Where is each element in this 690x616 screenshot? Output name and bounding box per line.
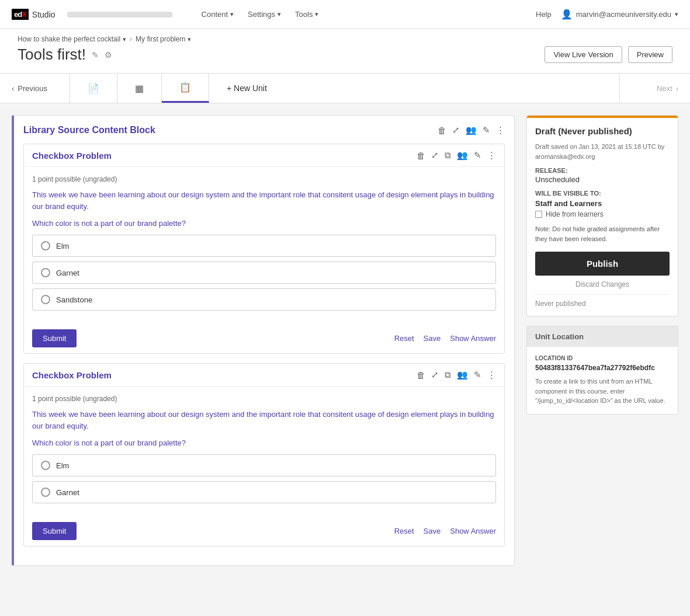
problem-1-header: Checkbox Problem 🗑 ⤢ ⧉ 👥 ✎ ⋮ bbox=[24, 144, 504, 167]
reset-link-1[interactable]: Reset bbox=[394, 334, 414, 343]
submit-button-2[interactable]: Submit bbox=[32, 522, 77, 540]
delete-icon[interactable]: 🗑 bbox=[417, 151, 425, 161]
edit-icon[interactable]: ✎ bbox=[483, 125, 490, 135]
top-navigation: edX Studio Content ▾ Settings ▾ Tools ▾ … bbox=[0, 0, 690, 29]
view-live-button[interactable]: View Live Version bbox=[545, 46, 622, 63]
radio2-garnet[interactable] bbox=[41, 488, 50, 497]
choice2-garnet[interactable]: Garnet bbox=[32, 481, 496, 503]
show-answer-link-1[interactable]: Show Answer bbox=[450, 334, 496, 343]
more-icon[interactable]: ⋮ bbox=[496, 125, 505, 135]
choice-sandstone[interactable]: Sandstone bbox=[32, 288, 496, 311]
problem-1-desc: This week we have been learning about ou… bbox=[32, 189, 496, 212]
nav-content[interactable]: Content ▾ bbox=[196, 8, 240, 21]
save-link-1[interactable]: Save bbox=[424, 334, 441, 343]
expand-icon[interactable]: ⤢ bbox=[452, 125, 460, 135]
release-label: RELEASE: bbox=[535, 167, 670, 174]
problem-1-title: Checkbox Problem bbox=[32, 151, 417, 161]
choice2-elm[interactable]: Elm bbox=[32, 454, 496, 476]
publish-note: Note: Do not hide graded assignments aft… bbox=[535, 224, 670, 243]
new-unit-button[interactable]: + New Unit bbox=[209, 74, 620, 103]
user-email: marvin@acmeuniversity.edu bbox=[576, 10, 671, 19]
nav-links: Content ▾ Settings ▾ Tools ▾ bbox=[196, 8, 325, 21]
delete-icon[interactable]: 🗑 bbox=[438, 126, 446, 135]
save-link-2[interactable]: Save bbox=[424, 527, 441, 535]
more-icon[interactable]: ⋮ bbox=[487, 150, 496, 161]
problem-2-question: Which color is not a part of our brand p… bbox=[32, 438, 496, 447]
nav-tools[interactable]: Tools ▾ bbox=[289, 8, 324, 21]
radio-elm[interactable] bbox=[41, 241, 50, 250]
edit-icon[interactable]: ✎ bbox=[92, 50, 99, 60]
show-answer-link-2[interactable]: Show Answer bbox=[450, 527, 496, 535]
user-menu[interactable]: 👤 marvin@acmeuniversity.edu ▾ bbox=[561, 9, 678, 20]
problem-2-actions: 🗑 ⤢ ⧉ 👥 ✎ ⋮ bbox=[417, 370, 496, 380]
edit-icon[interactable]: ✎ bbox=[474, 370, 481, 380]
tab-2[interactable]: ▦ bbox=[117, 74, 162, 103]
radio-garnet[interactable] bbox=[41, 268, 50, 277]
edit-icon[interactable]: ✎ bbox=[474, 150, 481, 161]
chevron-down-icon: ▾ bbox=[188, 36, 191, 43]
chevron-down-icon: ▾ bbox=[315, 11, 318, 18]
preview-button[interactable]: Preview bbox=[628, 46, 672, 63]
logo-ed: ed bbox=[14, 10, 22, 19]
previous-button[interactable]: ‹ Previous bbox=[0, 74, 70, 103]
delete-icon[interactable]: 🗑 bbox=[417, 370, 425, 380]
never-published-label: Never published bbox=[535, 294, 670, 308]
group-icon[interactable]: 👥 bbox=[457, 150, 468, 161]
publish-button[interactable]: Publish bbox=[535, 252, 670, 276]
expand-icon[interactable]: ⤢ bbox=[431, 370, 439, 380]
logo-studio: Studio bbox=[32, 10, 56, 19]
group-icon[interactable]: 👥 bbox=[466, 125, 477, 135]
group-icon[interactable]: 👥 bbox=[457, 370, 468, 380]
visible-value: Staff and Learners bbox=[535, 199, 670, 208]
choice-elm[interactable]: Elm bbox=[32, 235, 496, 257]
library-block-header: Library Source Content Block 🗑 ⤢ 👥 ✎ ⋮ bbox=[23, 125, 505, 135]
copy-icon[interactable]: ⧉ bbox=[445, 370, 451, 380]
release-value: Unscheduled bbox=[535, 175, 670, 184]
radio-sandstone[interactable] bbox=[41, 295, 50, 304]
visible-label: WILL BE VISIBLE TO: bbox=[535, 190, 670, 197]
tab-1-icon: 📄 bbox=[88, 83, 99, 94]
more-icon[interactable]: ⋮ bbox=[487, 370, 496, 380]
help-link[interactable]: Help bbox=[536, 10, 552, 19]
hide-learners-label: Hide from learners bbox=[546, 210, 604, 218]
unit-location-body: LOCATION ID 50483f81337647bea7fa27792f6e… bbox=[527, 347, 678, 414]
publish-panel: Draft (Never published) Draft saved on J… bbox=[526, 115, 678, 316]
problem-1-footer: Submit Reset Save Show Answer bbox=[24, 323, 504, 353]
radio2-elm[interactable] bbox=[41, 461, 50, 470]
copy-icon[interactable]: ⧉ bbox=[445, 150, 451, 161]
problem-2-body: 1 point possible (ungraded) This week we… bbox=[24, 387, 504, 516]
breadcrumb-section[interactable]: My first problem ▾ bbox=[136, 35, 191, 43]
submit-button-1[interactable]: Submit bbox=[32, 329, 77, 347]
problem-1-body: 1 point possible (ungraded) This week we… bbox=[24, 167, 504, 323]
gear-icon[interactable]: ⚙ bbox=[105, 50, 112, 60]
breadcrumb-area: How to shake the perfect cocktail ▾ › My… bbox=[0, 29, 690, 74]
logo-box: edX bbox=[12, 9, 29, 20]
publish-status-title: Draft (Never published) bbox=[535, 126, 670, 136]
choice-garnet[interactable]: Garnet bbox=[32, 262, 496, 284]
main-layout: Library Source Content Block 🗑 ⤢ 👥 ✎ ⋮ C… bbox=[0, 103, 690, 577]
library-source-block: Library Source Content Block 🗑 ⤢ 👥 ✎ ⋮ C… bbox=[12, 115, 515, 566]
nav-settings[interactable]: Settings ▾ bbox=[242, 8, 287, 21]
expand-icon[interactable]: ⤢ bbox=[431, 150, 439, 161]
discard-changes-link[interactable]: Discard Changes bbox=[535, 280, 670, 288]
breadcrumb-course[interactable]: How to shake the perfect cocktail ▾ bbox=[18, 35, 126, 43]
publish-body: Draft (Never published) Draft saved on J… bbox=[527, 118, 678, 316]
problem-1-actions: 🗑 ⤢ ⧉ 👥 ✎ ⋮ bbox=[417, 150, 496, 161]
nav-right: Help 👤 marvin@acmeuniversity.edu ▾ bbox=[536, 9, 678, 20]
tab-1[interactable]: 📄 bbox=[70, 74, 117, 103]
hide-learners-checkbox[interactable] bbox=[535, 211, 542, 218]
course-bar bbox=[67, 12, 172, 18]
tab-3[interactable]: 📋 bbox=[162, 74, 209, 103]
location-id-value: 50483f81337647bea7fa27792f6ebdfc bbox=[535, 364, 670, 372]
chevron-down-icon: ▾ bbox=[230, 11, 234, 18]
chevron-right-icon: › bbox=[676, 84, 678, 93]
header-actions: View Live Version Preview bbox=[545, 46, 672, 63]
chevron-down-icon: ▾ bbox=[123, 36, 126, 43]
location-id-label: LOCATION ID bbox=[535, 355, 670, 361]
next-button[interactable]: Next › bbox=[620, 74, 690, 103]
reset-link-2[interactable]: Reset bbox=[394, 527, 414, 535]
chevron-left-icon: ‹ bbox=[12, 84, 14, 93]
breadcrumb: How to shake the perfect cocktail ▾ › My… bbox=[18, 35, 672, 43]
problem-2-footer: Submit Reset Save Show Answer bbox=[24, 516, 504, 546]
logo: edX Studio bbox=[12, 9, 56, 20]
